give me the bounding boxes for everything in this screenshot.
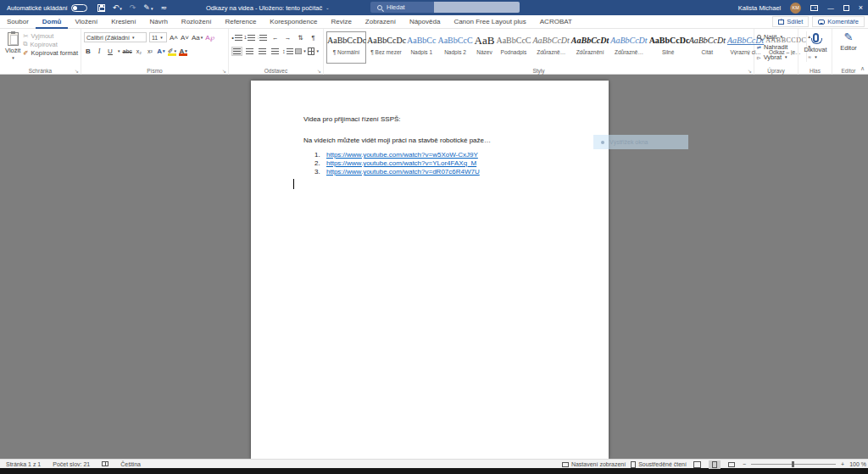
clear-formatting-button[interactable]: A℘ [205, 33, 214, 42]
autosave-toggle[interactable] [71, 4, 87, 12]
proofing-button[interactable] [96, 461, 114, 466]
bold-button[interactable]: B [84, 47, 92, 56]
zoom-out-button[interactable]: − [743, 461, 746, 467]
clipboard-dialog-launcher[interactable]: ↘ [75, 68, 79, 74]
borders-button[interactable]: ▾ [308, 47, 319, 56]
replace-button[interactable]: ⇄ Nahradit [757, 42, 795, 51]
doc-paragraph[interactable]: Videa pro přijímací řízení SSPŠ: [303, 115, 609, 123]
page-indicator[interactable]: Stránka 1 z 1 [0, 461, 47, 467]
zoom-level[interactable]: 100 % [849, 461, 866, 467]
dictate-dropdown-icon[interactable]: ▾ [815, 54, 817, 59]
zoom-slider-knob[interactable] [792, 461, 794, 467]
print-layout-button[interactable] [709, 460, 721, 469]
style-nadpis-2[interactable]: AaBbCcC Nadpis 2 [437, 31, 473, 64]
grow-font-button[interactable]: A˄ [170, 33, 178, 42]
tab-domu[interactable]: Domů [36, 15, 69, 29]
select-button[interactable]: ▻ Vybrat▾ [757, 53, 795, 61]
paste-dropdown-icon[interactable]: ▾ [12, 55, 14, 60]
format-painter-button[interactable]: ✐ Kopírovat formát [23, 48, 78, 57]
zoom-in-button[interactable]: + [841, 461, 844, 467]
display-settings-button[interactable]: Nastavení zobrazení [562, 461, 626, 467]
undo-icon[interactable]: ↶▾ [113, 3, 122, 12]
style-nadpis-1[interactable]: AaBbCc Nadpis 1 [406, 31, 437, 64]
dictate-button[interactable]: Diktovat ▾ [801, 31, 830, 65]
numbering-button[interactable]: 1 [244, 33, 255, 42]
title-chevron-icon[interactable]: ⌄ [326, 5, 329, 10]
comments-button[interactable]: Komentáře [812, 16, 865, 27]
superscript-button[interactable]: x² [146, 47, 154, 56]
youtube-link-2[interactable]: https://www.youtube.com/watch?v=YLor4FAX… [326, 160, 476, 167]
tab-vlozeni[interactable]: Vložení [68, 15, 104, 29]
shading-button[interactable]: ▾ [295, 47, 306, 56]
line-spacing-button[interactable]: ↕ [282, 47, 293, 56]
style-zdurazneni-jemne[interactable]: AaBbCcDt Zdůrazně… [532, 31, 570, 64]
read-mode-button[interactable] [692, 460, 704, 469]
strikethrough-button[interactable]: abc [123, 47, 132, 56]
style-zdurazneni-intenzivni[interactable]: AaBbCcDt Zdůrazně… [609, 31, 648, 64]
sort-button[interactable]: ⇅ [295, 33, 306, 42]
tab-rozlozeni[interactable]: Rozložení [175, 15, 219, 29]
paste-button[interactable]: Vložit ▾ [3, 31, 23, 65]
close-button[interactable]: × [859, 3, 863, 12]
italic-button[interactable]: I [95, 47, 103, 56]
youtube-link-1[interactable]: https://www.youtube.com/watch?v=w5XoW-Cx… [326, 152, 478, 159]
align-left-button[interactable] [231, 47, 242, 56]
bullets-button[interactable]: • [231, 33, 242, 42]
zoom-slider[interactable] [751, 464, 836, 465]
autosave-control[interactable]: Automatické ukládání [7, 4, 87, 12]
align-right-button[interactable] [257, 47, 268, 56]
underline-button[interactable]: U [106, 47, 114, 56]
restore-button[interactable] [843, 5, 849, 11]
tab-revize[interactable]: Revize [324, 15, 358, 29]
ribbon-display-options-icon[interactable] [810, 5, 818, 11]
focus-reading-button[interactable]: Soustředěné čtení [631, 461, 687, 468]
underline-dropdown-icon[interactable]: ▾ [118, 48, 120, 53]
style-silne[interactable]: AaBbCcDc Silné [648, 31, 688, 64]
tab-navrh[interactable]: Návrh [143, 15, 175, 29]
tab-soubor[interactable]: Soubor [0, 15, 36, 29]
word-count[interactable]: Počet slov: 21 [47, 461, 96, 467]
avatar[interactable]: KM [790, 3, 801, 14]
document-page[interactable]: Videa pro přijímací řízení SSPŠ: Na vide… [251, 81, 609, 459]
tab-zobrazeni[interactable]: Zobrazení [359, 15, 403, 29]
styles-dialog-launcher[interactable]: ↘ [748, 68, 752, 74]
pilcrow-button[interactable]: ¶ [308, 33, 319, 42]
decrease-indent-button[interactable]: ← [270, 33, 281, 42]
multilevel-list-button[interactable]: ⁝ [257, 33, 268, 42]
tab-acrobat[interactable]: ACROBAT [533, 15, 579, 29]
share-button[interactable]: Sdílet [772, 16, 809, 27]
increase-indent-button[interactable]: → [282, 33, 293, 42]
style-normalni[interactable]: AaBbCcDc ¶ Normální [326, 31, 366, 64]
change-case-button[interactable]: Aa▾ [192, 33, 203, 42]
save-icon[interactable] [97, 4, 105, 12]
shrink-font-button[interactable]: A˅ [181, 33, 189, 42]
style-podnadpis[interactable]: AaBbCcC Podnadpis [495, 31, 531, 64]
font-name-select[interactable]: Calibri (Základní ▾ [84, 32, 147, 42]
tab-reference[interactable]: Reference [218, 15, 263, 29]
customize-qat-icon[interactable]: ≂ [160, 3, 167, 12]
style-bez-mezer[interactable]: AaBbCcDc ¶ Bez mezer [366, 31, 406, 64]
font-dialog-launcher[interactable]: ↘ [222, 68, 226, 74]
doc-paragraph[interactable]: Na videích můžete vidět moji práci na st… [303, 137, 609, 144]
collapse-ribbon-icon[interactable]: ∧ [860, 65, 865, 72]
tab-canon[interactable]: Canon Free Layout plus [447, 15, 532, 29]
stylus-icon[interactable]: ✎▾ [143, 3, 153, 12]
youtube-link-3[interactable]: https://www.youtube.com/watch?v=dR07c6R4… [326, 169, 480, 176]
tab-korespondence[interactable]: Korespondence [263, 15, 324, 29]
web-layout-button[interactable] [726, 460, 737, 469]
text-effects-button[interactable]: A▾ [157, 47, 165, 56]
language-indicator[interactable]: Čeština [114, 461, 147, 467]
style-zdurazneni[interactable]: AaBbCcDt Zdůraznění [570, 31, 609, 64]
highlight-button[interactable]: ✐▾ [168, 47, 176, 56]
style-citat[interactable]: AaBbCcDt Citát [688, 31, 726, 64]
minimize-button[interactable]: — [827, 4, 834, 12]
font-size-select[interactable]: 11 ▾ [149, 32, 167, 42]
find-button[interactable]: Najít▾ [757, 32, 795, 41]
subscript-button[interactable]: x₂ [135, 47, 143, 56]
paragraph-dialog-launcher[interactable]: ↘ [317, 68, 321, 74]
align-center-button[interactable] [244, 47, 255, 56]
editor-button[interactable]: ✎ Editor [835, 31, 862, 65]
style-nazev[interactable]: AaB Název [474, 31, 496, 64]
font-color-button[interactable]: A▾ [179, 47, 187, 56]
search-input[interactable]: Hledat [370, 2, 520, 13]
